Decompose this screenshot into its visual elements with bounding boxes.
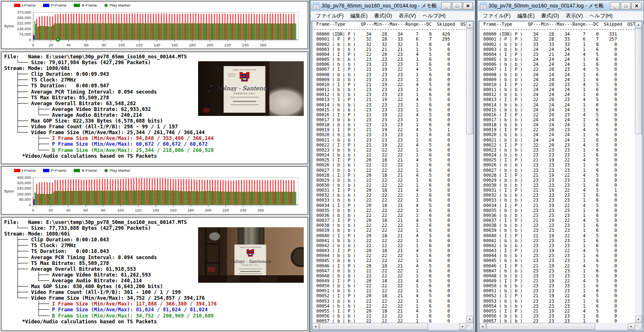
wine-bottle-photo-1: GRAND VIN DE BOURGOGNE Volnay - Santenot… <box>198 61 304 116</box>
maximize-button[interactable]: □ <box>621 2 631 10</box>
window-title: 30p_pv78_50mm_iso160_nos_00147.log - メモ帳 <box>489 2 604 10</box>
menu-item-3[interactable]: 表示(V) <box>395 12 419 20</box>
caption-buttons: _ □ ✕ <box>441 2 473 10</box>
svg-text:80: 80 <box>101 208 106 212</box>
resize-grip[interactable] <box>466 323 473 330</box>
svg-text:80: 80 <box>102 43 106 47</box>
svg-text:148,000: 148,000 <box>17 26 31 31</box>
wine-label-title: Volnay - Santenots <box>217 85 272 92</box>
menu-item-0[interactable]: ファイル(F) <box>479 12 514 20</box>
horizontal-scrollbar[interactable]: ◄ ► <box>479 323 635 330</box>
wine-label-topline: GRAND VIN DE BOURGOGNE <box>240 247 261 248</box>
svg-text:140: 140 <box>154 43 160 47</box>
menu-item-4[interactable]: ヘルプ(H) <box>586 12 616 20</box>
menu-item-0[interactable]: ファイル(F) <box>312 12 347 20</box>
scroll-down-icon[interactable]: ▼ <box>466 316 473 323</box>
svg-text:60: 60 <box>84 43 89 47</box>
svg-text:40: 40 <box>66 43 71 47</box>
svg-text:100: 100 <box>118 43 125 47</box>
svg-text:240: 240 <box>242 43 249 47</box>
menu-item-2[interactable]: 書式(O) <box>538 12 562 20</box>
svg-text:160: 160 <box>170 208 177 212</box>
bitrate-chart-1[interactable]: 074,000148,000222,000296,000370,00002040… <box>2 2 307 48</box>
svg-text:296,000: 296,000 <box>17 15 31 20</box>
svg-text:120: 120 <box>135 208 142 212</box>
text-area[interactable]: Frame--Type QP---Min---Max---Range---DC … <box>312 21 474 330</box>
wine-label-title: Volnay - Santenots <box>230 259 271 264</box>
wine-bottle-photo-2: GRAND VIN DE BOURGOGNE Volnay - Santenot… <box>198 227 304 283</box>
svg-text:240: 240 <box>240 208 247 212</box>
bitrate-viewer-column: I-Frame P-Frame B-Frame Play Marker 074,… <box>0 0 309 332</box>
minimize-button[interactable]: _ <box>610 2 620 10</box>
svg-text:160,000: 160,000 <box>17 192 31 196</box>
svg-text:60: 60 <box>83 208 88 212</box>
maximize-button[interactable]: □ <box>452 2 462 10</box>
menu-item-1[interactable]: 編集(E) <box>514 12 538 20</box>
svg-text:20: 20 <box>48 208 53 212</box>
notepad-document-icon <box>313 3 319 10</box>
svg-text:40: 40 <box>66 208 70 212</box>
close-button[interactable]: ✕ <box>463 2 473 10</box>
menu-item-4[interactable]: ヘルプ(H) <box>419 12 449 20</box>
svg-text:240,000: 240,000 <box>17 186 31 190</box>
svg-text:80,000: 80,000 <box>19 197 31 202</box>
scroll-up-icon[interactable]: ▲ <box>466 21 473 28</box>
scroll-up-icon[interactable]: ▲ <box>635 21 642 28</box>
vertical-scroll-thumb[interactable] <box>635 29 642 134</box>
svg-text:0: 0 <box>29 37 31 42</box>
horizontal-scrollbar[interactable]: ◄ ► <box>312 323 466 330</box>
scroll-right-icon[interactable]: ► <box>459 323 466 330</box>
menu-item-3[interactable]: 表示(V) <box>562 12 586 20</box>
close-button[interactable]: ✕ <box>632 2 642 10</box>
svg-text:120: 120 <box>136 43 143 47</box>
log-text[interactable]: Frame--Type QP---Min---Max---Range---DC … <box>314 22 466 323</box>
menu-item-2[interactable]: 書式(O) <box>371 12 395 20</box>
menu-bar: ファイル(F)編集(E)書式(O)表示(V)ヘルプ(H) <box>311 11 475 21</box>
svg-text:370,000: 370,000 <box>17 10 31 14</box>
svg-text:0: 0 <box>32 208 34 212</box>
svg-text:180: 180 <box>187 208 194 212</box>
menu-bar: ファイル(F)編集(E)書式(O)表示(V)ヘルプ(H) <box>478 11 643 21</box>
svg-text:100: 100 <box>117 208 124 212</box>
minimize-button[interactable]: _ <box>441 2 451 10</box>
svg-text:260: 260 <box>260 43 266 47</box>
scroll-down-icon[interactable]: ▼ <box>635 316 642 323</box>
svg-text:200: 200 <box>205 208 211 212</box>
svg-text:320,000: 320,000 <box>17 180 31 185</box>
bitrate-chart-2[interactable]: 080,000160,000240,000320,000400,00002040… <box>2 167 307 214</box>
menu-item-1[interactable]: 編集(E) <box>347 12 371 20</box>
svg-text:140: 140 <box>153 208 159 212</box>
scroll-right-icon[interactable]: ► <box>628 323 635 330</box>
wine-label-topline: GRAND VIN DE BOURGOGNE <box>233 69 257 71</box>
svg-text:Bytes: Bytes <box>4 24 14 28</box>
svg-text:20: 20 <box>48 43 53 47</box>
horizontal-scroll-thumb[interactable] <box>487 323 595 330</box>
svg-text:222,000: 222,000 <box>17 21 31 25</box>
log-text[interactable]: Frame--Type QP---Min---Max---Range---DC … <box>481 22 635 323</box>
vertical-scrollbar[interactable]: ▲ ▼ <box>635 21 642 323</box>
svg-text:0: 0 <box>32 43 34 47</box>
bitrate-chart-panel-2: I-Frame P-Frame B-Frame Play Marker 080,… <box>1 166 308 215</box>
notepad-window-2: 30p_pv78_50mm_iso160_nos_00147.log - メモ帳… <box>477 0 644 332</box>
svg-text:0: 0 <box>29 202 31 207</box>
scroll-left-icon[interactable]: ◄ <box>312 323 319 330</box>
svg-text:400,000: 400,000 <box>17 175 31 180</box>
wine-label-sub: PREMIER CRU <box>234 92 255 95</box>
vertical-scrollbar[interactable]: ▲ ▼ <box>466 21 473 323</box>
text-area[interactable]: Frame--Type QP---Min---Max---Range---DC … <box>479 21 642 330</box>
bitrate-chart-panel-1: I-Frame P-Frame B-Frame Play Marker 074,… <box>1 1 308 49</box>
notepad-document-icon <box>480 3 486 10</box>
resize-grip[interactable] <box>635 323 642 330</box>
notepad-window-1: 30p_pv78_65mm_iso160_nos_00144.log - メモ帳… <box>310 0 475 332</box>
svg-text:180: 180 <box>189 43 196 47</box>
svg-text:220: 220 <box>223 208 229 212</box>
svg-text:200: 200 <box>207 43 213 47</box>
caption-buttons: _ □ ✕ <box>610 2 642 10</box>
svg-text:260: 260 <box>257 208 264 212</box>
window-title: 30p_pv78_65mm_iso160_nos_00144.log - メモ帳 <box>322 2 437 10</box>
horizontal-scroll-thumb[interactable] <box>320 323 428 330</box>
vertical-scroll-thumb[interactable] <box>466 29 473 134</box>
svg-text:160: 160 <box>171 43 178 47</box>
scroll-left-icon[interactable]: ◄ <box>479 323 486 330</box>
svg-text:Bytes: Bytes <box>4 189 14 193</box>
